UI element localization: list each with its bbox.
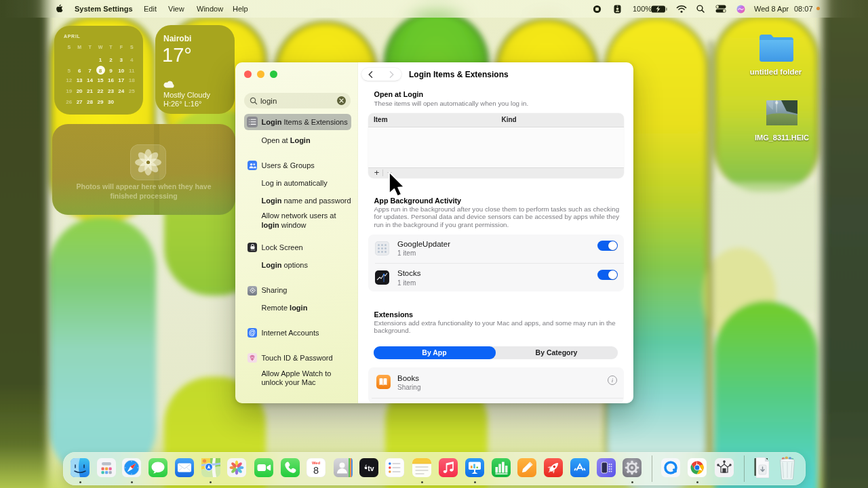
svg-text:tv: tv <box>368 464 374 472</box>
svg-text:8: 8 <box>313 465 319 476</box>
